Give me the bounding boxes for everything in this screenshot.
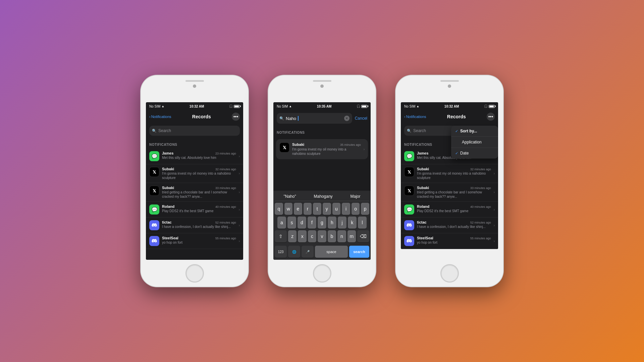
key-a[interactable]: a bbox=[277, 217, 286, 229]
home-button-left[interactable] bbox=[185, 264, 204, 283]
action-button-left[interactable]: ••• bbox=[232, 113, 240, 121]
key-z[interactable]: z bbox=[288, 230, 297, 242]
discord-icon-steelseal-r bbox=[404, 236, 414, 246]
notif-item-roland[interactable]: 💬 Roland 40 minutes ago Play DDS2 it's t… bbox=[146, 202, 243, 218]
phone-bottom-right bbox=[396, 260, 503, 287]
discord-icon-steelseal bbox=[149, 236, 159, 246]
chevron-steelseal-r: › bbox=[494, 239, 495, 243]
section-title-right: NOTIFICATIONS bbox=[404, 143, 432, 146]
chevron-subaki1-r: › bbox=[494, 172, 495, 175]
notif-item-subaki1-r[interactable]: 𝕏 Subaki 32 minutes ago I'm gonna invest… bbox=[401, 164, 498, 183]
key-g[interactable]: g bbox=[318, 217, 326, 229]
key-y[interactable]: y bbox=[323, 203, 331, 215]
key-e[interactable]: e bbox=[294, 203, 302, 215]
key-c[interactable]: c bbox=[308, 230, 316, 242]
notif-app-subaki2-r: Subaki bbox=[417, 186, 429, 190]
keyboard-row-2: a s d f g h j k l bbox=[275, 217, 369, 229]
key-space[interactable]: space bbox=[315, 246, 348, 258]
notif-item-subaki2-r[interactable]: 𝕏 Subaki 33 minutes ago tried getting a … bbox=[401, 183, 498, 202]
notif-text-roland: Play DDS2 it's the best SMT game bbox=[162, 209, 236, 213]
notif-item-james[interactable]: 💬 James 23 minutes ago Met this silly ca… bbox=[146, 148, 243, 164]
headphone-icon-left: 🎧 bbox=[229, 105, 233, 108]
notif-time-steelseal-r: 55 minutes ago bbox=[470, 237, 491, 240]
checkmark-sort: ✓ bbox=[455, 129, 458, 133]
suggestion-1[interactable]: Mahogany bbox=[314, 194, 333, 199]
action-button-right[interactable]: ••• bbox=[487, 113, 495, 121]
key-v[interactable]: v bbox=[318, 230, 326, 242]
key-u[interactable]: u bbox=[332, 203, 341, 215]
key-w[interactable]: w bbox=[284, 203, 293, 215]
key-m[interactable]: m bbox=[347, 230, 356, 242]
key-f[interactable]: f bbox=[308, 217, 316, 229]
notif-text-tictac: I have a confession, I don't actually li… bbox=[162, 225, 236, 229]
key-r[interactable]: r bbox=[304, 203, 312, 215]
key-search[interactable]: search bbox=[349, 246, 369, 258]
key-s[interactable]: s bbox=[287, 217, 296, 229]
dropdown-date[interactable]: ✓ Date bbox=[451, 148, 498, 159]
search-icon-left: 🔍 bbox=[152, 129, 157, 133]
key-t[interactable]: t bbox=[313, 203, 321, 215]
key-d[interactable]: d bbox=[298, 217, 306, 229]
phone-top-left bbox=[141, 75, 248, 102]
notif-time-roland: 40 minutes ago bbox=[215, 205, 236, 208]
key-num[interactable]: 123 bbox=[275, 246, 287, 258]
chevron-right-icon-subaki2: › bbox=[239, 190, 240, 194]
home-button-right[interactable] bbox=[440, 264, 459, 283]
x-icon-subaki1: 𝕏 bbox=[149, 167, 159, 177]
search-spacer bbox=[273, 162, 371, 191]
search-clear-button[interactable]: ✕ bbox=[344, 116, 350, 121]
dropdown-application-label[interactable]: Application bbox=[462, 140, 482, 144]
cancel-button[interactable]: Cancel bbox=[355, 116, 367, 121]
home-button-middle[interactable] bbox=[313, 264, 331, 283]
notif-item-subaki-1[interactable]: 𝕏 Subaki 32 minutes ago I'm gonna invest… bbox=[146, 164, 243, 183]
key-k[interactable]: k bbox=[348, 217, 357, 229]
key-n[interactable]: n bbox=[337, 230, 346, 242]
key-shift[interactable]: ⇧ bbox=[275, 230, 287, 242]
key-j[interactable]: j bbox=[338, 217, 346, 229]
page-title-left: Records bbox=[192, 114, 211, 119]
dropdown-date-label[interactable]: Date bbox=[460, 151, 469, 156]
key-q[interactable]: q bbox=[275, 203, 283, 215]
notif-item-steelseal-r[interactable]: SteelSeal 55 minutes ago yo hop on fort … bbox=[401, 233, 498, 249]
screen-middle: No SIM ▲ 10:35 AM 🎧 🔍 Naho ✕ Cancel NOTI… bbox=[273, 102, 371, 260]
key-b[interactable]: b bbox=[328, 230, 336, 242]
notif-app-steelseal: SteelSeal bbox=[162, 236, 178, 240]
notif-text-steelseal-r: yo hop on fort bbox=[417, 240, 491, 245]
suggestion-0[interactable]: "Naho" bbox=[283, 194, 296, 199]
key-x[interactable]: x bbox=[298, 230, 306, 242]
key-o[interactable]: o bbox=[352, 203, 360, 215]
key-i[interactable]: i bbox=[342, 203, 350, 215]
key-l[interactable]: l bbox=[358, 217, 367, 229]
key-mic[interactable]: 🎤 bbox=[302, 246, 314, 258]
key-p[interactable]: p bbox=[361, 203, 369, 215]
notif-item-roland-r[interactable]: 💬 Roland 40 minutes ago Play DDS2 it's t… bbox=[401, 202, 498, 218]
speaker-right bbox=[440, 80, 459, 82]
search-icon-middle: 🔍 bbox=[279, 116, 284, 121]
notif-item-steelseal[interactable]: SteelSeal 55 minutes ago yo hop on fort … bbox=[146, 233, 243, 249]
chevron-right-result: › bbox=[364, 147, 365, 151]
notif-item-subaki-2[interactable]: 𝕏 Subaki 33 minutes ago tried getting a … bbox=[146, 183, 243, 202]
back-button-left[interactable]: ‹ Notifications bbox=[149, 115, 171, 119]
keyboard-rows: q w e r t y u i o p a s d f g h bbox=[275, 203, 369, 258]
dropdown-sort-label[interactable]: Sort by... bbox=[460, 129, 477, 133]
chevron-right-icon-subaki1: › bbox=[239, 172, 240, 175]
notif-time-subaki1: 32 minutes ago bbox=[215, 168, 236, 171]
search-bar-left[interactable]: 🔍 Search bbox=[149, 126, 240, 136]
dropdown-application[interactable]: Application bbox=[451, 137, 498, 148]
suggestion-2[interactable]: Major bbox=[351, 194, 361, 199]
phone-bottom-left bbox=[141, 260, 248, 287]
section-title-left: NOTIFICATIONS bbox=[149, 143, 177, 146]
search-input-active[interactable]: 🔍 Naho ✕ bbox=[277, 113, 352, 124]
x-icon-subaki2: 𝕏 bbox=[149, 186, 159, 196]
key-globe[interactable]: 🌐 bbox=[288, 246, 300, 258]
screen-left: No SIM ▲ 10:32 AM 🎧 ‹ Notifications Reco… bbox=[146, 102, 243, 260]
search-result-item[interactable]: 𝕏 Subaki 35 minutes ago I'm gonna invest… bbox=[276, 139, 368, 159]
notif-time-james: 23 minutes ago bbox=[215, 152, 236, 155]
back-button-right[interactable]: ‹ Notifications bbox=[404, 115, 426, 119]
notif-item-tictac-r[interactable]: tictac 52 minutes ago I have a confessio… bbox=[401, 218, 498, 233]
notif-time-subaki2: 33 minutes ago bbox=[215, 186, 236, 190]
key-delete[interactable]: ⌫ bbox=[357, 230, 369, 242]
key-h[interactable]: h bbox=[328, 217, 336, 229]
phone-left: No SIM ▲ 10:32 AM 🎧 ‹ Notifications Reco… bbox=[141, 75, 248, 287]
notif-item-tictac[interactable]: tictac 52 minutes ago I have a confessio… bbox=[146, 218, 243, 233]
